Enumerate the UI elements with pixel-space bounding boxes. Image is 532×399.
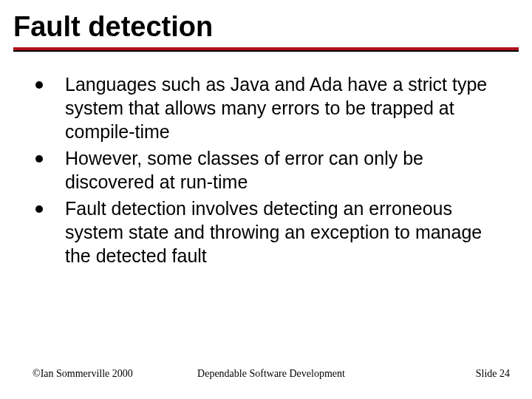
list-item: Fault detection involves detecting an er… [35, 197, 510, 267]
slide-body: Languages such as Java and Ada have a st… [35, 72, 510, 270]
list-item: Languages such as Java and Ada have a st… [35, 72, 510, 143]
title-rule-black [13, 50, 519, 52]
bullet-icon [35, 155, 43, 163]
bullet-text: However, some classes of error can only … [65, 146, 510, 194]
slide-title: Fault detection [13, 12, 519, 43]
bullet-text: Fault detection involves detecting an er… [65, 197, 510, 267]
bullet-icon [35, 205, 43, 213]
title-block: Fault detection [13, 12, 519, 52]
slide: Fault detection Languages such as Java a… [0, 0, 532, 399]
list-item: However, some classes of error can only … [35, 146, 510, 194]
footer-slide-number: Slide 24 [476, 368, 510, 380]
bullet-icon [35, 81, 43, 89]
footer-copyright: ©Ian Sommerville 2000 [33, 368, 133, 380]
slide-footer: ©Ian Sommerville 2000 Dependable Softwar… [33, 368, 510, 380]
bullet-text: Languages such as Java and Ada have a st… [65, 72, 510, 143]
